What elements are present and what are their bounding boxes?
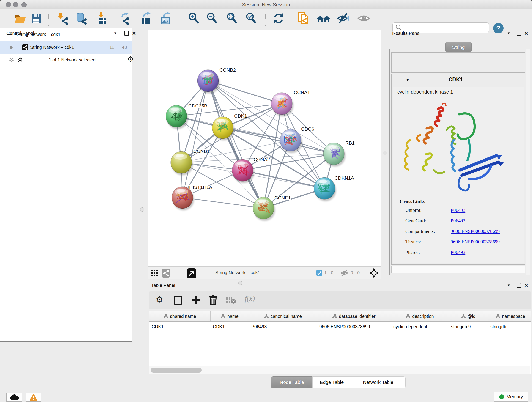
export-image-icon[interactable] (159, 12, 172, 25)
show-columns-icon[interactable] (174, 296, 182, 305)
table-cell[interactable]: P06493 (249, 322, 317, 332)
selected-checkbox-icon[interactable] (316, 270, 322, 276)
tab-node-table[interactable]: Node Table (271, 376, 313, 388)
application-window: Session: New Session (0, 0, 532, 402)
window-title: Session: New Session (0, 0, 532, 9)
column-header-shared-name[interactable]: shared name (149, 311, 210, 321)
table-row[interactable]: CDK1CDK1P064939606.ENSP00000378699cyclin… (149, 322, 531, 332)
export-network-icon[interactable] (120, 12, 133, 25)
zoom-selected-icon[interactable] (245, 12, 258, 25)
table-cell[interactable]: stringdb (488, 322, 532, 332)
table-cell[interactable]: CDK1 (210, 322, 249, 332)
expand-all-networks-icon[interactable] (17, 57, 23, 63)
hidden-eye-icon[interactable] (340, 269, 348, 277)
apply-layout-icon[interactable] (272, 12, 285, 25)
results-vscrollbar[interactable] (526, 49, 530, 275)
crosslink-label: Compartments: (405, 229, 435, 234)
navigator-icon[interactable] (187, 268, 196, 278)
network-options-gear-icon[interactable]: ⚙ (127, 55, 134, 64)
control-panel-close-icon[interactable]: ✕ (132, 31, 136, 36)
collapse-all-networks-icon[interactable] (8, 57, 15, 63)
zoom-out-icon[interactable] (206, 12, 219, 25)
warning-status-button[interactable] (26, 393, 41, 402)
gene-detail-box: cyclin-dependent kinase 1 (393, 87, 524, 263)
table-cell[interactable]: cyclin-dependent ... (391, 322, 449, 332)
show-all-icon[interactable] (357, 12, 370, 25)
node-table[interactable]: shared namenamecanonical namedatabase id… (149, 311, 531, 375)
column-header-namespace[interactable]: namespace (488, 311, 532, 321)
network-view-share-icon[interactable] (162, 269, 170, 278)
left-splitter-handle[interactable] (140, 207, 144, 211)
network-canvas[interactable]: CCNB2CCNA1CDC25BCDK1CDC6RB1CCNB1CCNA2CDK… (148, 30, 381, 266)
column-header-name[interactable]: name (210, 311, 249, 321)
memory-button[interactable]: Memory (494, 392, 528, 402)
zoom-in-icon[interactable] (187, 12, 200, 25)
export-table-icon[interactable] (139, 12, 152, 25)
control-panel: Control Panel ▼ ✕ Network Style Select S… (0, 27, 138, 390)
crosslink-link[interactable]: P06493 (451, 218, 465, 224)
delete-table-icon[interactable] (226, 297, 236, 304)
column-header--id[interactable]: @id (449, 311, 488, 321)
edge-CCNA2-CDKN1A[interactable] (243, 170, 324, 188)
cloud-icon (10, 394, 19, 400)
table-cell[interactable]: CDK1 (149, 322, 210, 332)
selected-count: 1 - 0 (324, 270, 333, 275)
tab-network-table[interactable]: Network Table (351, 376, 405, 388)
crosslink-row: Pharos:P06493 (393, 249, 524, 260)
gene-collapse-icon[interactable]: ▼ (406, 78, 409, 82)
results-panel-menu-icon[interactable]: ▼ (507, 31, 510, 35)
table-hscrollbar-thumb[interactable] (151, 368, 202, 373)
network-name: String Network – cdk1 (30, 45, 74, 50)
results-panel-close-icon[interactable]: ✕ (524, 31, 528, 36)
import-table-icon[interactable] (96, 12, 109, 25)
crosslink-link[interactable]: 9606.ENSP00000378699 (451, 229, 500, 234)
zoom-fit-icon[interactable] (226, 12, 239, 25)
node-label-RB1: RB1 (345, 140, 355, 146)
grid-view-icon[interactable] (151, 269, 158, 277)
collection-name: String Network – cdk1 (17, 32, 60, 37)
table-cell[interactable]: stringdb:9... (449, 322, 488, 332)
collection-expand-icon[interactable]: ▼ (7, 32, 11, 36)
clone-network-icon[interactable] (297, 12, 310, 25)
column-header-canonical-name[interactable]: canonical name (249, 311, 317, 321)
edge-CCNB2-CCNE1[interactable] (208, 81, 264, 208)
open-session-icon[interactable] (14, 12, 27, 25)
fit-selected-crosshair-icon[interactable] (369, 268, 379, 278)
network-graph[interactable]: CCNB2CCNA1CDC25BCDK1CDC6RB1CCNB1CCNA2CDK… (148, 30, 381, 266)
results-panel-float-icon[interactable] (517, 31, 521, 37)
node-label-CCNB2: CCNB2 (220, 67, 236, 72)
table-hscrollbar-track[interactable] (149, 366, 530, 374)
table-panel-close-icon[interactable]: ✕ (524, 283, 528, 288)
crosslink-link[interactable]: 9606.ENSP00000378699 (451, 239, 500, 245)
delete-column-trash-icon[interactable] (209, 295, 217, 305)
table-settings-gear-icon[interactable]: ⚙ (156, 295, 163, 304)
edge-CCNB2-RB1[interactable] (208, 81, 334, 154)
right-splitter-handle[interactable] (383, 151, 387, 155)
crosslink-link[interactable]: P06493 (451, 207, 465, 213)
string-home-icon[interactable] (317, 12, 330, 25)
create-column-plus-icon[interactable] (191, 296, 200, 304)
import-network-database-icon[interactable] (75, 12, 88, 25)
function-builder-icon[interactable]: f(x) (245, 294, 255, 303)
import-network-icon[interactable] (56, 12, 69, 25)
save-session-icon[interactable] (30, 12, 43, 25)
edge-HIST1H1A-CCNE1[interactable] (182, 198, 264, 208)
table-panel-menu-icon[interactable]: ▼ (507, 283, 510, 287)
table-cell[interactable]: 9606.ENSP00000378699 (317, 322, 391, 332)
warning-icon (30, 394, 37, 401)
hidden-count: 0 - 0 (351, 270, 360, 275)
tab-string[interactable]: String (445, 42, 472, 52)
crosslink-link[interactable]: P06493 (451, 249, 465, 255)
hide-selected-icon[interactable] (337, 12, 350, 25)
column-header-description[interactable]: description (391, 311, 449, 321)
tab-edge-table[interactable]: Edge Table (312, 376, 351, 388)
column-header-database-identifier[interactable]: database identifier (317, 311, 391, 321)
network-row-selected[interactable]: String Network – cdk1 11 48 (0, 41, 132, 54)
network-collection-row[interactable]: ▼ String Network – cdk1 1 (0, 28, 132, 41)
toolbar-separator (180, 11, 180, 26)
collection-count: 1 (124, 32, 127, 37)
crosslink-label: Uniprot: (405, 207, 422, 213)
results-hscrollbar[interactable] (391, 266, 525, 273)
table-panel-float-icon[interactable] (517, 283, 521, 289)
cloud-status-button[interactable] (6, 393, 22, 402)
